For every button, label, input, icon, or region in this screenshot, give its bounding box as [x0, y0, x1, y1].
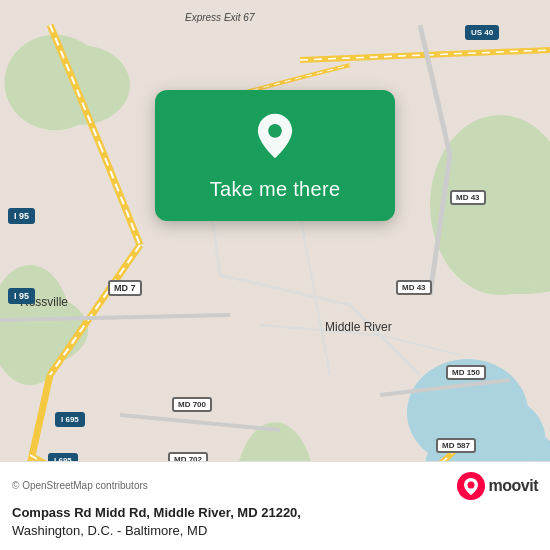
svg-line-24 — [350, 305, 420, 375]
shield-md43-north: MD 43 — [450, 190, 486, 205]
express-exit-label: Express Exit 67 — [185, 12, 254, 23]
bottom-bar: © OpenStreetMap contributors moovit Comp… — [0, 461, 550, 550]
pin-icon — [249, 110, 301, 162]
shield-md587: MD 587 — [436, 438, 476, 453]
moovit-logo-icon — [457, 472, 485, 500]
shield-md7: MD 7 — [108, 280, 142, 296]
shield-md700: MD 700 — [172, 397, 212, 412]
location-pin-icon — [251, 112, 299, 160]
shield-i95-south: I 95 — [8, 288, 35, 304]
svg-line-19 — [120, 415, 280, 430]
copyright-text: © OpenStreetMap contributors — [12, 480, 148, 491]
svg-line-21 — [380, 380, 510, 395]
svg-point-5 — [30, 45, 130, 125]
svg-line-10 — [30, 375, 50, 465]
moovit-logo: moovit — [457, 472, 538, 500]
map-container: Express Exit 67 Rossville Middle River I… — [0, 0, 550, 550]
svg-line-23 — [220, 275, 350, 305]
svg-line-16 — [420, 25, 450, 155]
shield-us40: US 40 — [465, 25, 499, 40]
svg-point-31 — [467, 481, 474, 488]
shield-i95-north: I 95 — [8, 208, 35, 224]
middle-river-label: Middle River — [325, 320, 392, 334]
action-card: Take me there — [155, 90, 395, 221]
address-text: Compass Rd Midd Rd, Middle River, MD 212… — [12, 504, 538, 540]
shield-i695-west: I 695 — [55, 412, 85, 427]
shield-md150: MD 150 — [446, 365, 486, 380]
moovit-text: moovit — [489, 477, 538, 495]
take-me-there-button[interactable]: Take me there — [202, 174, 349, 205]
shield-md43-south: MD 43 — [396, 280, 432, 295]
svg-point-2 — [460, 395, 520, 435]
svg-point-29 — [268, 124, 282, 138]
